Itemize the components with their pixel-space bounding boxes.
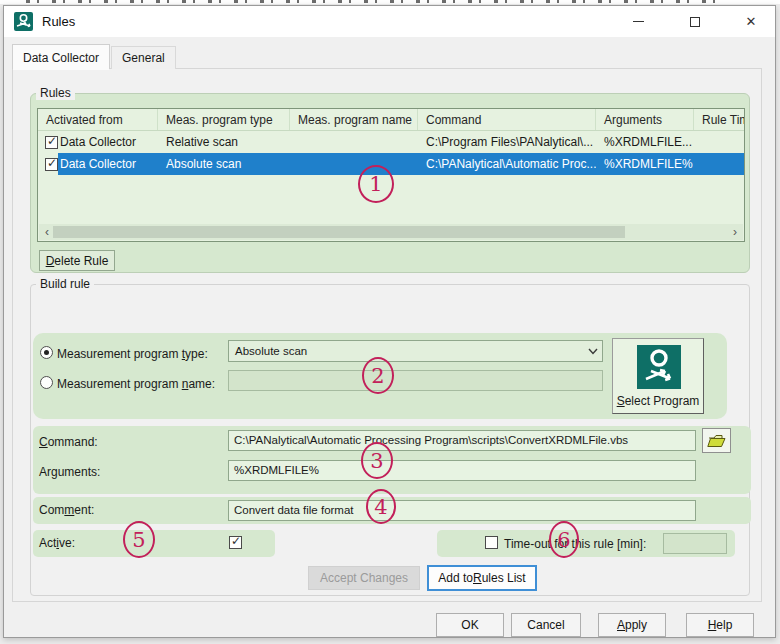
select-program-button[interactable]: Select Program	[612, 338, 704, 414]
chevron-down-icon	[588, 348, 598, 355]
cell-program-type: Relative scan	[158, 131, 290, 153]
label-part: elete Rule	[54, 254, 108, 268]
column-header-arguments[interactable]: Arguments	[596, 109, 694, 130]
comment-field[interactable]: Convert data file format	[228, 500, 696, 521]
rule-enabled-checkbox[interactable]	[45, 158, 58, 171]
active-label: Active:	[39, 536, 75, 550]
scrollbar-thumb[interactable]	[53, 226, 625, 238]
cell-program-name	[290, 131, 418, 153]
annotation-circle-6: 6	[549, 521, 579, 558]
ok-button[interactable]: OK	[436, 613, 504, 637]
dropdown-value: Absolute scan	[235, 345, 307, 357]
timeout-checkbox[interactable]	[485, 536, 498, 549]
table-header: Activated from Meas. program type Meas. …	[38, 109, 745, 131]
scroll-right-icon[interactable]: ›	[727, 224, 743, 240]
maximize-icon	[690, 17, 700, 27]
help-button[interactable]: Help	[686, 613, 754, 637]
annotation-circle-3: 3	[361, 442, 393, 479]
command-field[interactable]: C:\PANalytical\Automatic Processing Prog…	[228, 430, 696, 451]
label-part: C	[39, 435, 48, 449]
program-name-label: Measurement program name:	[57, 377, 215, 391]
tab-label: Data Collector	[23, 51, 99, 65]
rule-enabled-cell	[38, 153, 58, 175]
browse-command-button[interactable]	[702, 428, 731, 453]
tab-data-collector[interactable]: Data Collector	[12, 44, 110, 69]
comment-label: Comment:	[39, 503, 94, 517]
arguments-label: Arguments:	[39, 465, 100, 479]
program-type-label: Measurement program type:	[57, 347, 208, 361]
active-checkbox[interactable]	[229, 536, 242, 549]
label-part: Measurement program	[57, 347, 182, 361]
program-type-dropdown[interactable]: Absolute scan	[228, 340, 603, 362]
rules-dialog: Rules ✕ Data Collector General Rules Act…	[3, 5, 776, 638]
column-header-command[interactable]: Command	[418, 109, 596, 130]
timeout-field[interactable]	[663, 533, 727, 554]
label-part: Add to	[438, 571, 473, 585]
label-part: A	[617, 618, 625, 632]
label-part: elect Program	[625, 394, 700, 408]
label-part: Ar	[39, 465, 51, 479]
rule-enabled-checkbox[interactable]	[45, 136, 58, 149]
add-to-rules-list-button[interactable]: Add to Rules List	[427, 565, 537, 591]
annotation-circle-2: 2	[362, 357, 394, 394]
rule-enabled-cell	[38, 131, 58, 153]
highlight-zone-timeout: Time-out for this rule [min]:	[437, 530, 735, 557]
title-bar: Rules ✕	[4, 6, 775, 37]
cell-command: C:\PANalytical\Automatic Proc...	[418, 153, 596, 175]
background-toolbar-fragment	[26, 0, 726, 3]
cell-activated-from: Data Collector	[58, 131, 158, 153]
label-part: Measurement program	[57, 377, 182, 391]
accept-changes-button: Accept Changes	[308, 566, 420, 590]
label-part: elp	[716, 618, 732, 632]
command-label: Command:	[39, 435, 98, 449]
cell-program-type: Absolute scan	[158, 153, 290, 175]
cell-command: C:\Program Files\PANalytical\...	[418, 131, 596, 153]
label-part: m	[64, 503, 74, 517]
horizontal-scrollbar[interactable]: ‹ ›	[39, 224, 743, 240]
close-button[interactable]: ✕	[728, 6, 774, 37]
program-name-field[interactable]	[228, 370, 603, 391]
close-icon: ✕	[746, 14, 757, 29]
cell-rule-timeout	[694, 153, 745, 175]
maximize-button[interactable]	[672, 6, 718, 37]
table-row-selected[interactable]: Data Collector Absolute scan C:\PANalyti…	[38, 153, 745, 175]
column-header-rule-timeout[interactable]: Rule Timeout	[694, 109, 745, 130]
app-icon	[14, 12, 33, 31]
label-part: R	[473, 571, 482, 585]
label-part: ame:	[188, 377, 215, 391]
minimize-button[interactable]	[615, 6, 661, 37]
annotation-circle-5: 5	[123, 521, 155, 558]
tab-label: General	[122, 51, 165, 65]
cell-program-name	[290, 153, 418, 175]
goniometer-icon	[14, 12, 33, 31]
label-part: D	[46, 254, 55, 268]
table-row[interactable]: Data Collector Relative scan C:\Program …	[38, 131, 745, 153]
label-part: ommand:	[48, 435, 98, 449]
apply-button[interactable]: Apply	[598, 613, 666, 637]
label-part: S	[617, 394, 625, 408]
program-name-radio[interactable]	[40, 376, 53, 389]
window-title: Rules	[42, 6, 75, 37]
column-header-program-name[interactable]: Meas. program name	[290, 109, 418, 130]
label-part: ve:	[59, 536, 75, 550]
label-part: Com	[39, 503, 64, 517]
annotation-circle-4: 4	[366, 489, 396, 524]
background-app-edge	[0, 0, 780, 4]
select-program-label: Select Program	[613, 394, 703, 408]
cancel-button[interactable]: Cancel	[511, 613, 581, 637]
build-rule-group-label: Build rule	[36, 277, 94, 291]
delete-rule-button[interactable]: Delete Rule	[39, 250, 115, 271]
arguments-field[interactable]: %XRDMLFILE%	[228, 460, 696, 481]
tab-strip: Data Collector General	[12, 47, 177, 69]
cell-rule-timeout	[694, 131, 745, 153]
label-part: ent:	[74, 503, 94, 517]
label-part: H	[708, 618, 717, 632]
label-part: pply	[625, 618, 647, 632]
tab-general[interactable]: General	[111, 46, 176, 69]
label-part: uments:	[58, 465, 101, 479]
column-header-activated-from[interactable]: Activated from	[38, 109, 158, 130]
column-header-program-type[interactable]: Meas. program type	[158, 109, 290, 130]
rules-group-label: Rules	[36, 86, 75, 100]
cell-activated-from: Data Collector	[58, 153, 158, 175]
program-type-radio[interactable]	[40, 346, 53, 359]
